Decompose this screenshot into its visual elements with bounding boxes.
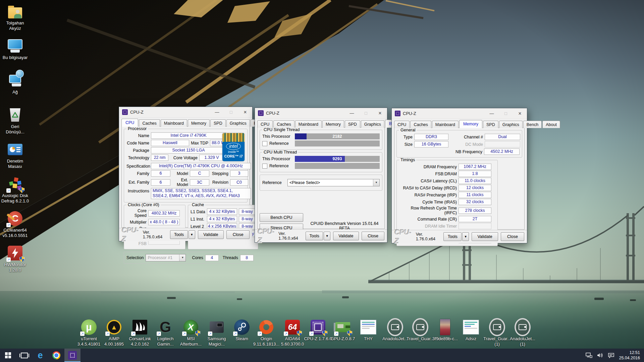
tools-button[interactable]: Tools: [170, 230, 188, 239]
maximize-button[interactable]: □: [359, 108, 373, 118]
tab-memory[interactable]: Memory: [322, 120, 344, 128]
close-button[interactable]: ×: [513, 108, 527, 119]
tools-button[interactable]: Tools: [443, 232, 462, 241]
taskbar: e 12:51 25.04.2016: [0, 349, 644, 362]
tab-spd[interactable]: SPD: [210, 119, 226, 127]
tab-bench[interactable]: Bench: [523, 121, 542, 128]
bench-cpu-button[interactable]: Bench CPU: [260, 213, 303, 222]
minimize-button[interactable]: —: [345, 108, 359, 118]
validate-button[interactable]: Validate: [198, 230, 224, 239]
tab-cpu[interactable]: CPU: [394, 121, 410, 128]
tab-mainboard[interactable]: Mainboard: [295, 120, 322, 128]
desktop-icon-control-panel[interactable]: Denetim Masası: [1, 141, 30, 176]
action-center-icon[interactable]: [608, 352, 614, 359]
desktop-icon-origin[interactable]: ↗ Origin 9.11.6.1813...: [252, 319, 280, 347]
close-dialog-button[interactable]: Close: [226, 230, 250, 239]
desktop-icon-label: CPU-Z 1.7.6.0: [304, 336, 332, 342]
tab-memory[interactable]: Memory: [188, 119, 210, 127]
maximize-button[interactable]: □: [499, 108, 513, 119]
desktop-icon-thy[interactable]: THY: [354, 319, 382, 342]
desktop-icon-recycle-bin[interactable]: Geri Dönüşü...: [1, 107, 30, 141]
start-button[interactable]: [0, 349, 16, 362]
desktop-icon-user-folder[interactable]: Tolgahan Akyüz: [1, 3, 30, 38]
title-bar[interactable]: CPU-Z — □ ×: [255, 108, 387, 119]
desktop-icon-this-pc[interactable]: Bu bilgisayar: [1, 38, 30, 72]
taskbar-clock[interactable]: 12:51 25.04.2016: [619, 350, 640, 361]
desktop-icon-logitech[interactable]: G↗ Logitech Gamin...: [151, 319, 179, 347]
tools-button[interactable]: Tools: [306, 232, 323, 240]
desktop-icon-anadolujet[interactable]: AnadoluJet...: [381, 319, 409, 342]
core-speed-field: 4802.32 MHz: [148, 210, 180, 217]
minimize-button[interactable]: —: [210, 107, 224, 117]
desktop-icon-aida64[interactable]: 64↗ AIDA64 5.60.3700.0: [278, 319, 307, 347]
close-button[interactable]: ×: [373, 108, 387, 118]
processor-group-title: Processor: [126, 126, 148, 131]
desktop-icon-network[interactable]: Ağ: [1, 72, 30, 107]
tools-dropdown-arrow[interactable]: ▼: [462, 232, 469, 241]
desktop-icon-anadolujet-1[interactable]: AnadoluJet... (1): [508, 319, 537, 347]
tab-caches[interactable]: Caches: [410, 121, 431, 128]
desktop-icon-label: Auslogic Disk Defrag 6.2.1.0: [1, 193, 29, 204]
command-rate-label: Command Rate (CR): [399, 217, 457, 222]
desktop-icon-corsairlink[interactable]: ↗ CorsairLink 4.2.0.162: [126, 319, 154, 347]
single-thread-reference-bar: [295, 140, 380, 146]
title-bar[interactable]: CPU-Z — □ ×: [119, 107, 252, 118]
tab-graphics[interactable]: Graphics: [499, 121, 523, 128]
desktop-icon-photo[interactable]: 3f9de89b-c...: [431, 319, 459, 342]
desktop-icon-travel-guar[interactable]: Travel_Guar...: [406, 319, 434, 342]
desktop-icon-samsung-magician[interactable]: ↗ Samsung Magici...: [203, 319, 231, 347]
taskbar-cpuz-running[interactable]: [64, 349, 80, 362]
network-tray-icon[interactable]: [586, 352, 592, 359]
taskbar-edge[interactable]: e: [32, 349, 48, 362]
tab-spd[interactable]: SPD: [483, 121, 498, 128]
fsb-dram-field: 1:8: [459, 171, 491, 177]
desktop-icon-auslogics[interactable]: ↗ Auslogic Disk Defrag 6.2.1.0: [1, 176, 30, 210]
task-view-button[interactable]: [16, 349, 32, 362]
tab-caches[interactable]: Caches: [273, 120, 294, 128]
desktop-icon-travel-guar-1[interactable]: Travel_Guar... (1): [483, 319, 511, 347]
tools-dropdown-arrow[interactable]: ▼: [189, 230, 195, 239]
tools-dropdown-arrow[interactable]: ▼: [324, 232, 330, 240]
reference-select[interactable]: <Please Select> ▼: [287, 179, 380, 186]
this-processor-label: This Processor: [262, 134, 293, 139]
cpuz-app-icon: [258, 110, 264, 116]
desktop-icon-label: Ağ: [12, 89, 18, 95]
cpuz-app-icon: [395, 111, 400, 116]
close-dialog-button[interactable]: Close: [501, 232, 524, 241]
desktop-icon-utorrent[interactable]: µ↗ uTorrent 3.4.5.41801: [75, 319, 103, 347]
taskbar-chrome[interactable]: [48, 349, 64, 362]
processor-select[interactable]: Processor #1 ▼: [146, 254, 186, 261]
maximize-button[interactable]: □: [224, 107, 238, 117]
reference-checkbox[interactable]: [262, 164, 267, 169]
tab-about[interactable]: About: [542, 121, 560, 128]
tab-graphics[interactable]: Graphics: [361, 120, 384, 128]
tab-spd[interactable]: SPD: [345, 120, 360, 128]
specification-label: Specification: [126, 164, 149, 169]
tab-cpu[interactable]: CPU: [257, 120, 273, 128]
tab-memory[interactable]: Memory: [459, 120, 482, 128]
tab-caches[interactable]: Caches: [139, 119, 160, 127]
reference-checkbox[interactable]: [262, 141, 267, 146]
validate-button[interactable]: Validate: [333, 232, 359, 240]
desktop-icon-cpuz[interactable]: ↗ CPU-Z 1.7.6.0: [304, 319, 332, 342]
volume-tray-icon[interactable]: [597, 352, 603, 359]
tab-mainboard[interactable]: Mainboard: [161, 119, 187, 127]
tab-mainboard[interactable]: Mainboard: [432, 121, 459, 128]
desktop-icon-steam[interactable]: ↗ Steam: [228, 319, 256, 342]
desktop-icon-gpuz[interactable]: ↗ GPU-Z.0.8.7: [329, 319, 357, 342]
validate-button[interactable]: Validate: [472, 232, 498, 241]
desktop-icon-adsiz[interactable]: Adsız: [457, 319, 485, 342]
desktop-icon-ccleaner[interactable]: C ↗ CCleaner64 v5.16.0.5551: [1, 210, 30, 245]
desktop-icon-hwmonitor[interactable]: ↗ HWMonitor 1.28.0: [1, 245, 30, 280]
close-dialog-button[interactable]: Close: [362, 232, 384, 240]
tab-bar: CPU Caches Mainboard Memory SPD Graphics…: [392, 119, 527, 128]
tab-cpu[interactable]: CPU: [121, 119, 138, 127]
close-button[interactable]: ×: [238, 107, 252, 117]
tab-graphics[interactable]: Graphics: [226, 119, 250, 127]
footer-bar: CPU-Z Ver. 1.76.0.x64 Tools ▼ Validate C…: [119, 228, 252, 241]
nb-frequency-field: 4502.2 MHz: [484, 148, 520, 155]
minimize-button[interactable]: —: [485, 108, 499, 119]
desktop-icon-aimp[interactable]: ▲↗ AIMP 4.00.1695: [100, 319, 128, 347]
desktop-icon-msi-afterburner[interactable]: X↗ MSI Afterburn...: [177, 319, 205, 347]
title-bar[interactable]: CPU-Z — □ ×: [392, 108, 527, 119]
